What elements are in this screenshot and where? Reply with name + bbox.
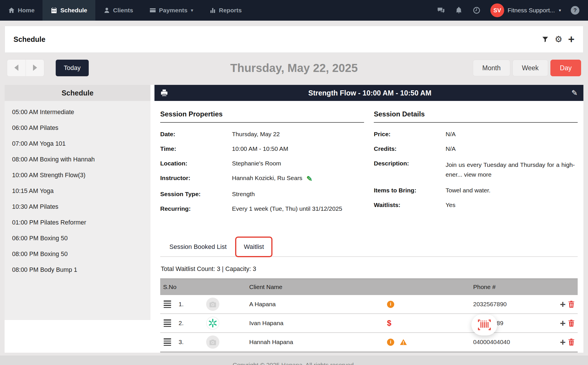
delete-icon[interactable] [568, 319, 575, 327]
session-list-item[interactable]: 06:00 PM Boxing 50 [5, 231, 150, 246]
status-icons: i [387, 301, 473, 308]
chevron-down-icon: ▾ [191, 8, 193, 13]
view-more-link[interactable]: view more [464, 171, 492, 178]
add-to-session-icon[interactable]: + [560, 318, 566, 328]
chat-icon[interactable] [437, 6, 445, 14]
schedule-header-card: Schedule ⚙ + [5, 26, 583, 53]
detail-row: Price: N/A [374, 131, 578, 138]
help-icon[interactable]: ? [571, 6, 579, 15]
session-list-item[interactable]: 08:00 AM Boxing with Hannah [5, 152, 150, 167]
drag-handle-icon[interactable] [164, 338, 171, 346]
property-value: Stephanie's Room [232, 160, 281, 167]
barcode-scan-button[interactable] [471, 314, 497, 335]
view-week-button[interactable]: Week [512, 60, 548, 76]
gear-icon[interactable]: ⚙ [555, 35, 562, 44]
session-list-item[interactable]: 05:00 AM Intermediate [5, 104, 150, 120]
nav-utilities: SV Fitness Support... ▾ ? [437, 0, 588, 21]
column-header-phone: Phone # [473, 284, 550, 290]
view-switcher: Month Week Day [473, 60, 581, 76]
avatar: SV [490, 3, 504, 17]
table-row: 1. A Hapana i 2032567890 + [160, 295, 578, 314]
tab-waitlist[interactable]: Waitlist [235, 237, 272, 257]
nav-item-schedule[interactable]: Schedule [42, 0, 95, 21]
chevron-left-icon [14, 65, 18, 71]
section-heading: Session Details [374, 110, 578, 123]
info-icon[interactable]: i [387, 339, 394, 346]
row-actions: + [560, 318, 575, 328]
table-header: S.No Client Name Phone # [160, 278, 578, 295]
client-name[interactable]: A Hapana [249, 301, 387, 308]
nav-item-clients[interactable]: Clients [95, 0, 141, 21]
green-spark-logo-icon [208, 318, 218, 328]
detail-label: Waitlists: [374, 202, 446, 208]
session-title: Strength Flow - 10:00 AM - 10:50 AM [168, 89, 571, 97]
camera-icon [208, 338, 217, 346]
print-icon[interactable] [160, 89, 168, 97]
drag-handle-icon[interactable] [164, 300, 171, 308]
booking-tabs: Session Booked List Waitlist [160, 237, 578, 257]
status-icons: $ [387, 319, 473, 328]
property-value: Every 1 week (Tue, Thu) until 31/12/2025 [232, 205, 342, 212]
info-icon[interactable]: i [387, 301, 394, 308]
nav-item-home[interactable]: Home [0, 0, 42, 21]
date-pager [7, 59, 44, 77]
add-to-session-icon[interactable]: + [560, 337, 566, 347]
edit-instructor-icon[interactable]: ✎ [306, 175, 312, 183]
session-list-item[interactable]: 08:00 PM Boxing 50 [5, 246, 150, 262]
user-menu[interactable]: SV Fitness Support... ▾ [490, 3, 561, 17]
client-name[interactable]: Hannah Hapana [249, 339, 387, 346]
add-to-session-icon[interactable]: + [560, 299, 566, 309]
waitlist-table: S.No Client Name Phone # 1. A Hapana i 2… [160, 278, 578, 353]
tab-session-booked-list[interactable]: Session Booked List [161, 237, 235, 256]
client-phone: 04000404040 [473, 339, 550, 346]
detail-row: Description: Join us every Tuesday and T… [374, 160, 578, 179]
property-label: Recurring: [160, 205, 232, 212]
client-name[interactable]: Ivan Hapana [249, 320, 387, 327]
copyright-text: Copyright © 2025 Hapana. All rights rese… [233, 362, 355, 365]
drag-handle-icon[interactable] [164, 319, 171, 327]
edit-session-icon[interactable]: ✎ [571, 89, 578, 97]
schedule-sidebar: Schedule 05:00 AM Intermediate 06:00 AM … [5, 85, 150, 320]
filter-icon[interactable] [541, 36, 549, 43]
bell-icon[interactable] [455, 6, 463, 14]
session-list: 05:00 AM Intermediate 06:00 AM Pilates 0… [5, 101, 150, 281]
user-name: Fitness Support... [508, 7, 555, 14]
home-icon [8, 7, 15, 14]
property-value: Hannah Kozicki, Ru Sears [232, 175, 302, 183]
view-month-button[interactable]: Month [473, 60, 510, 76]
detail-label: Description: [374, 160, 446, 179]
property-row: Instructor: Hannah Kozicki, Ru Sears ✎ [160, 175, 364, 183]
delete-icon[interactable] [568, 338, 575, 346]
detail-row: Items to Bring: Towel and water. [374, 187, 578, 194]
property-row: Session Type: Strength [160, 191, 364, 198]
payment-due-icon[interactable]: $ [387, 319, 391, 328]
next-day-button[interactable] [26, 60, 44, 76]
column-header-sno: S.No [160, 284, 249, 290]
calendar-toolbar: Today Thursday, May 22, 2025 Month Week … [7, 60, 581, 76]
today-button[interactable]: Today [56, 60, 89, 76]
session-panel-header: Strength Flow - 10:00 AM - 10:50 AM ✎ [154, 85, 583, 101]
table-row: 3. Hannah Hapana i 04000404040 + [160, 333, 578, 352]
nav-item-reports[interactable]: Reports [201, 0, 250, 21]
delete-icon[interactable] [568, 300, 575, 308]
warning-icon[interactable] [399, 338, 407, 346]
prev-day-button[interactable] [7, 60, 26, 76]
clock-icon[interactable] [473, 6, 481, 14]
client-phone: 2032567890 [473, 301, 550, 308]
add-session-icon[interactable]: + [568, 34, 575, 45]
session-list-item[interactable]: 10:00 AM Strength Flow(3) [5, 167, 150, 183]
view-day-button[interactable]: Day [550, 60, 581, 76]
session-list-item[interactable]: 10:30 AM Pilates [5, 199, 150, 215]
section-heading: Session Properties [160, 110, 364, 123]
session-list-item[interactable]: 06:00 AM Pilates [5, 120, 150, 136]
session-list-item[interactable]: 01:00 PM Pilates Reformer [5, 215, 150, 231]
chevron-right-icon [33, 65, 37, 71]
bar-chart-icon [209, 7, 216, 14]
detail-value: N/A [446, 145, 456, 152]
session-list-item[interactable]: 07:00 AM Yoga 101 [5, 136, 150, 152]
camera-icon [208, 300, 217, 309]
session-list-item[interactable]: 08:00 PM Body Bump 1 [5, 262, 150, 278]
nav-item-payments[interactable]: Payments ▾ [141, 0, 201, 21]
session-details-section: Session Details Price: N/A Credits: N/A … [374, 110, 578, 220]
session-list-item[interactable]: 10:15 AM Yoga [5, 183, 150, 199]
